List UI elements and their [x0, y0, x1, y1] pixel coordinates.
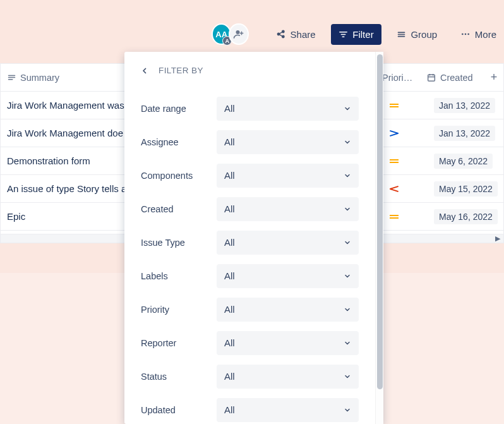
svg-rect-19 [428, 75, 435, 81]
created-date-pill: May 16, 2022 [434, 209, 498, 224]
filter-field-label: Date range [141, 104, 217, 114]
summary-icon [7, 73, 16, 82]
chevron-down-icon [344, 105, 351, 112]
filter-row: Issue TypeAll [141, 226, 359, 259]
cell-summary: Jira Work Management doe [1, 128, 127, 138]
filter-select-value: All [224, 304, 235, 315]
calendar-icon [426, 73, 436, 83]
svg-point-12 [462, 33, 464, 35]
group-icon [397, 30, 406, 39]
chevron-down-icon [344, 406, 351, 414]
filter-field-label: Assignee [141, 137, 217, 147]
filter-icon [339, 30, 348, 39]
chevron-left-icon [141, 67, 148, 75]
filter-select[interactable]: All [217, 398, 359, 422]
cell-created: Jan 13, 2022 [429, 126, 503, 141]
scrollbar-thumb[interactable] [377, 54, 383, 389]
filter-row: ComponentsAll [141, 159, 359, 192]
filter-row: CreatedAll [141, 192, 359, 226]
filter-select[interactable]: All [217, 298, 359, 322]
cell-priority [377, 212, 429, 222]
chevron-down-icon [344, 239, 351, 246]
filter-button[interactable]: Filter [331, 24, 381, 45]
filter-select[interactable]: All [217, 231, 359, 255]
group-label: Group [411, 29, 437, 40]
cell-created: May 15, 2022 [429, 181, 503, 197]
plus-icon: + [491, 71, 498, 84]
filter-field-label: Status [141, 372, 217, 382]
filter-select[interactable]: All [217, 164, 359, 188]
filter-field-label: Components [141, 171, 217, 181]
filter-label: Filter [352, 29, 373, 40]
filter-select[interactable]: All [217, 130, 359, 154]
chevron-down-icon [344, 306, 351, 313]
created-date-pill: May 15, 2022 [434, 181, 498, 197]
chevron-down-icon [344, 373, 351, 380]
filter-field-label: Created [141, 204, 217, 214]
svg-line-4 [279, 32, 282, 34]
filter-row: UpdatedAll [141, 393, 359, 424]
filter-select-value: All [224, 270, 235, 281]
more-icon [460, 29, 471, 39]
cell-created: May 6, 2022 [429, 154, 503, 169]
scroll-right-icon: ▶ [492, 234, 503, 243]
group-button[interactable]: Group [389, 24, 445, 45]
share-button[interactable]: Share [268, 24, 323, 45]
filter-field-label: Issue Type [141, 238, 217, 248]
filter-select[interactable]: All [217, 331, 359, 355]
add-person-button[interactable] [229, 23, 248, 45]
filter-select[interactable]: All [217, 97, 359, 121]
cell-summary: Jira Work Management was [1, 100, 127, 111]
filter-field-label: Priority [141, 305, 217, 315]
cell-summary: Demonstration form [1, 155, 127, 166]
svg-line-5 [279, 35, 282, 37]
cell-priority [377, 100, 429, 111]
cell-summary: An issue of type Story tells a [1, 183, 127, 194]
filter-field-label: Updated [141, 405, 217, 415]
filter-select-value: All [224, 337, 235, 348]
app-root: AA A Share [0, 0, 504, 424]
more-label: More [475, 29, 496, 40]
filter-row: AssigneeAll [141, 125, 359, 159]
toolbar: AA A Share [0, 21, 504, 47]
filter-row: LabelsAll [141, 259, 359, 293]
filter-panel-scrollbar[interactable] [375, 52, 383, 424]
more-button[interactable]: More [453, 24, 504, 45]
share-label: Share [291, 29, 316, 40]
chevron-down-icon [344, 205, 351, 213]
filter-select[interactable]: All [217, 197, 359, 221]
column-priority-label: Priori… [382, 73, 412, 83]
filter-select-value: All [224, 404, 235, 415]
svg-point-13 [464, 33, 466, 35]
filter-select[interactable]: All [217, 365, 359, 389]
filter-field-label: Reporter [141, 338, 217, 348]
cell-priority [377, 156, 429, 166]
filter-select-value: All [224, 103, 235, 114]
filter-select-value: All [224, 237, 235, 248]
cell-priority [377, 184, 429, 194]
chevron-down-icon [344, 172, 351, 179]
share-icon [276, 29, 286, 39]
filter-back-button[interactable] [141, 67, 148, 75]
created-date-pill: May 6, 2022 [434, 154, 493, 169]
filter-select-value: All [224, 170, 235, 181]
filter-panel-title: FILTER BY [159, 66, 203, 75]
filter-select-value: All [224, 371, 235, 382]
chevron-down-icon [344, 138, 351, 146]
created-date-pill: Jan 13, 2022 [434, 126, 495, 141]
filter-select[interactable]: All [217, 264, 359, 288]
chevron-down-icon [344, 339, 351, 347]
cell-created: May 16, 2022 [429, 209, 503, 224]
svg-point-14 [467, 33, 469, 35]
chevron-down-icon [344, 272, 351, 280]
priority-low-icon [390, 129, 399, 136]
cell-summary: Epic [1, 211, 127, 222]
column-summary[interactable]: Summary [1, 73, 127, 83]
priority-medium-icon [390, 158, 399, 164]
column-created[interactable]: Created [421, 73, 484, 83]
filter-row: Date rangeAll [141, 92, 359, 125]
column-created-label: Created [440, 73, 473, 83]
priority-high-icon [390, 185, 399, 192]
priority-medium-icon [390, 214, 399, 220]
add-column-button[interactable]: + [484, 71, 503, 84]
